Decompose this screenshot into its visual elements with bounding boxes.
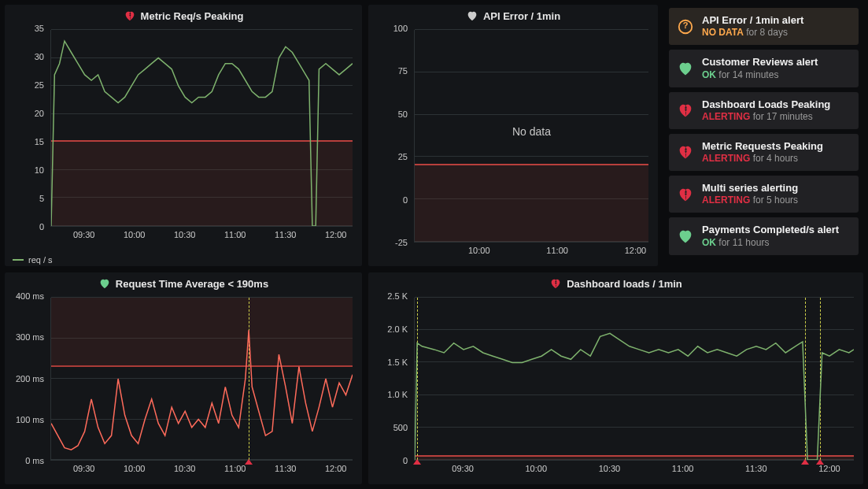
y-tick-label: 500: [375, 423, 408, 432]
y-tick-label: 0: [375, 195, 408, 205]
alert-row[interactable]: Dashboard Loads PeakingALERTING for 17 m…: [669, 92, 859, 129]
alert-row[interactable]: Customer Reviews alertOK for 14 minutes: [669, 50, 859, 87]
x-tick-label: 09:30: [73, 230, 95, 239]
panel-request-time[interactable]: Request Time Average < 190ms 0 ms100 ms2…: [5, 272, 362, 484]
y-tick-label: 15: [11, 137, 44, 146]
y-tick-label: 50: [375, 109, 408, 119]
y-axis: -250255075100: [375, 28, 412, 243]
y-tick-label: 5: [11, 194, 44, 203]
y-tick-label: 1.0 K: [375, 390, 408, 399]
alert-name: Customer Reviews alert: [702, 56, 818, 69]
heart-broken-icon: [677, 143, 694, 161]
x-tick-label: 11:30: [745, 464, 767, 473]
y-tick-label: 100: [375, 24, 408, 33]
heart-icon: [466, 9, 478, 22]
chart-body-metric: 05101520253035 09:3010:0010:3011:0011:30…: [11, 28, 356, 244]
x-tick-label: 10:00: [468, 246, 490, 255]
y-tick-label: 0: [11, 222, 44, 232]
y-tick-label: 10: [11, 165, 44, 175]
alert-name: Metric Requests Peaking: [702, 140, 823, 153]
panel-title-dashboard[interactable]: Dashboard loads / 1min: [368, 272, 863, 295]
legend-swatch: [13, 259, 24, 261]
alert-state: ALERTING: [702, 111, 750, 122]
series-line: [51, 298, 353, 460]
alert-list: ?API Error / 1min alertNO DATA for 8 day…: [664, 8, 863, 263]
y-tick-label: 20: [11, 109, 44, 118]
panel-title-api[interactable]: API Error / 1min: [368, 5, 658, 27]
panel-alert-list[interactable]: ?API Error / 1min alertNO DATA for 8 day…: [664, 5, 863, 266]
alert-duration: for 14 minutes: [718, 69, 778, 80]
x-tick-label: 11:00: [672, 464, 694, 473]
panel-metric-reqs[interactable]: Metric Req/s Peaking 05101520253035 09:3…: [5, 5, 362, 266]
x-tick-label: 09:30: [452, 464, 474, 473]
x-tick-label: 12:00: [325, 230, 347, 239]
heart-broken-icon: [549, 277, 562, 290]
y-tick-label: 300 ms: [11, 332, 44, 342]
x-tick-label: 10:00: [526, 464, 548, 473]
y-tick-label: 400 ms: [11, 291, 44, 301]
y-axis: 05001.0 K1.5 K2.0 K2.5 K: [375, 296, 412, 461]
panel-title-request[interactable]: Request Time Average < 190ms: [5, 272, 362, 295]
x-tick-label: 09:30: [73, 464, 95, 473]
plot-area[interactable]: [50, 30, 353, 227]
x-axis: 09:3010:0010:3011:0011:3012:00: [414, 462, 854, 478]
alert-duration: for 11 hours: [718, 237, 769, 248]
alert-duration: for 4 hours: [753, 153, 798, 164]
alert-row[interactable]: Metric Requests PeakingALERTING for 4 ho…: [669, 134, 859, 171]
x-tick-label: 10:30: [174, 230, 196, 239]
alert-duration: for 5 hours: [753, 194, 798, 206]
x-tick-label: 10:30: [599, 464, 621, 473]
x-tick-label: 12:00: [325, 464, 347, 473]
panel-title-text: API Error / 1min: [483, 10, 560, 22]
y-tick-label: 25: [11, 80, 44, 90]
alert-duration: for 8 days: [746, 27, 788, 38]
no-data-label: No data: [415, 125, 648, 138]
x-tick-label: 10:30: [174, 464, 196, 473]
x-tick-label: 11:30: [275, 230, 297, 239]
alert-state: ALERTING: [702, 194, 750, 206]
y-tick-label: 25: [375, 152, 408, 161]
alert-name: API Error / 1min alert: [702, 14, 803, 27]
y-tick-label: 30: [11, 52, 44, 61]
series-line: [51, 30, 353, 226]
panel-dashboard-loads[interactable]: Dashboard loads / 1min 05001.0 K1.5 K2.0…: [368, 272, 863, 484]
y-tick-label: -25: [375, 238, 408, 247]
plot-area[interactable]: [414, 298, 854, 461]
y-tick-label: 0 ms: [11, 456, 44, 465]
alert-name: Dashboard Loads Peaking: [702, 98, 830, 111]
alert-row[interactable]: Multi series alertingALERTING for 5 hour…: [669, 176, 859, 213]
y-tick-label: 2.5 K: [375, 291, 408, 301]
alert-row[interactable]: ?API Error / 1min alertNO DATA for 8 day…: [669, 8, 859, 45]
x-axis: 10:0011:0012:00: [414, 244, 648, 260]
y-tick-label: 35: [11, 24, 44, 33]
y-axis: 0 ms100 ms200 ms300 ms400 ms: [11, 296, 49, 461]
legend[interactable]: req / s: [13, 255, 53, 265]
heart-broken-icon: [677, 102, 694, 119]
alert-state: ALERTING: [702, 153, 750, 164]
heart-icon: [98, 277, 111, 290]
heart-icon: [677, 60, 694, 77]
plot-area[interactable]: No data: [414, 30, 648, 243]
alert-duration: for 17 minutes: [753, 111, 813, 122]
y-tick-label: 200 ms: [11, 374, 44, 383]
question-circle-icon: ?: [677, 18, 694, 35]
chart-body-dashboard: 05001.0 K1.5 K2.0 K2.5 K 09:3010:0010:30…: [375, 296, 857, 478]
alert-row[interactable]: Payments Completed/s alertOK for 11 hour…: [669, 217, 859, 254]
chart-body-api: -250255075100 No data 10:0011:0012:00: [375, 28, 652, 260]
heart-broken-icon: [677, 186, 694, 203]
plot-area[interactable]: [50, 298, 353, 461]
x-tick-label: 12:00: [818, 464, 840, 473]
x-axis: 09:3010:0010:3011:0011:3012:00: [50, 462, 353, 478]
x-tick-label: 11:30: [275, 464, 297, 473]
x-tick-label: 12:00: [625, 246, 647, 255]
chart-body-request: 0 ms100 ms200 ms300 ms400 ms 09:3010:001…: [11, 296, 356, 478]
alert-state: OK: [702, 69, 716, 80]
y-tick-label: 0: [375, 456, 408, 465]
x-tick-label: 10:00: [124, 464, 146, 473]
heart-broken-icon: [124, 9, 136, 22]
panel-title-metric[interactable]: Metric Req/s Peaking: [5, 5, 362, 27]
panel-api-error[interactable]: API Error / 1min -250255075100 No data 1…: [368, 5, 658, 266]
alert-name: Multi series alerting: [702, 182, 798, 194]
series-line: [415, 298, 854, 460]
svg-text:?: ?: [683, 20, 689, 29]
